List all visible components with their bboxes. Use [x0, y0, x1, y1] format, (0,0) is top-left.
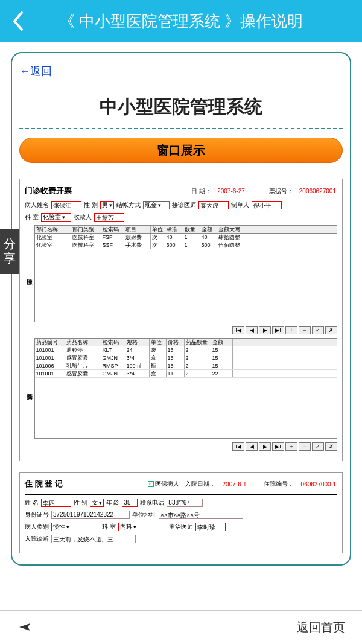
items-grid: 部门名称部门类别检索码项目单位标准数量金额金额大写 化验室医技科室FSF放射费次… [34, 225, 337, 322]
enter-date-value: 2007-6-1 [221, 481, 248, 488]
outpatient-billing-panel: 门诊收费开票 日 期： 2007-6-27 票据号： 20060627001 病… [19, 179, 343, 461]
table-cell: 101001 [35, 346, 65, 354]
gender-select[interactable]: 男 [100, 201, 114, 209]
toolbar-button[interactable]: ▶ [259, 326, 271, 334]
doctor-input[interactable]: 秦大虎 [198, 201, 229, 209]
toolbar-button[interactable]: ✓ [312, 442, 324, 451]
dept2-label: 科 室 [102, 523, 116, 531]
admission-no-label: 住院编号： [264, 480, 294, 488]
toolbar-button[interactable]: I◀ [232, 326, 244, 334]
table-cell: 500 [200, 241, 217, 249]
table-cell: 101001 [35, 354, 65, 362]
toolbar-button[interactable]: ✓ [312, 326, 324, 334]
pay-method-select[interactable]: 现金 [143, 201, 170, 209]
col-header: 项目 [124, 226, 151, 233]
table-cell: 1 [183, 241, 200, 249]
col-header: 部门名称 [35, 226, 71, 233]
table-cell: 感冒胶囊 [65, 370, 101, 377]
medicine-grid: 药品编号药品名称检索码规格单位价格药品数量金额 101001泄粒停XLT24袋1… [34, 338, 337, 439]
panel2-title: 住 院 登 记 [25, 479, 63, 489]
toolbar-button[interactable]: − [299, 326, 311, 334]
table-cell: 40 [165, 234, 183, 241]
name-input[interactable]: 李四 [41, 499, 71, 507]
col-header: 单位 [151, 226, 165, 233]
col-header: 规格 [125, 339, 150, 346]
admission-panel: 住 院 登 记 ✓ 医保病人 入院日期： 2007-6-1 住院编号： 0606… [19, 472, 343, 553]
col-header: 检索码 [101, 339, 125, 346]
table-cell: XLT [101, 346, 125, 354]
table-cell: 15 [167, 354, 185, 362]
table-cell: GMJN [101, 354, 125, 362]
patient-type-select[interactable]: 慢性 [51, 523, 75, 531]
share-tab[interactable]: 分 享 [0, 229, 19, 274]
dept2-select[interactable]: 内科 [118, 523, 142, 531]
toolbar-button[interactable]: ✗ [325, 442, 337, 451]
table-cell: 伍佰圆整 [217, 241, 252, 249]
back-button[interactable] [6, 9, 30, 33]
table-row[interactable]: 101006乳酶生片RMSP100ml瓶15215 [35, 362, 337, 370]
creator-input[interactable]: 倪小平 [252, 201, 282, 209]
table-cell: 40 [200, 234, 217, 241]
col-header: 金额大写 [217, 226, 252, 233]
age-input[interactable]: 35 [122, 499, 138, 507]
table-cell: 15 [211, 346, 233, 354]
table-cell: 次 [151, 234, 165, 241]
table-cell: 肆拾圆整 [217, 234, 252, 241]
attending-input[interactable]: 李时珍 [195, 523, 226, 531]
table-cell: 2 [185, 354, 211, 362]
phone-input[interactable]: 838**67 [167, 499, 203, 507]
table-cell: 瓶 [150, 362, 167, 369]
gender2-label: 性 别 [74, 499, 87, 507]
toolbar-button[interactable]: ◀ [246, 442, 258, 451]
table-cell: 次 [151, 241, 165, 249]
panel-title: 门诊收费开票 [25, 185, 72, 196]
dept-select[interactable]: 化验室 [41, 213, 71, 222]
table-cell: 盒 [150, 370, 167, 377]
table-cell: 101006 [35, 362, 65, 369]
table-row[interactable]: 化验室医技科室SSF手术费次5001500伍佰圆整 [35, 241, 337, 249]
section-button[interactable]: 窗口展示 [19, 138, 343, 163]
col-header: 药品数量 [185, 339, 211, 346]
table-cell: 101001 [35, 370, 65, 377]
toolbar-button[interactable]: + [285, 326, 297, 334]
toolbar-button[interactable]: ✗ [325, 326, 337, 334]
insurance-label: 医保病人 [155, 480, 179, 488]
table-row[interactable]: 化验室医技科室FSF放射费次40140肆拾圆整 [35, 234, 337, 241]
dashed-divider [19, 128, 343, 129]
col-header: 标准 [165, 226, 183, 233]
patient-name-input[interactable]: 张保江 [51, 201, 81, 209]
back-link[interactable]: ←返回 [19, 64, 52, 78]
admission-no-value: 060627000 1 [300, 481, 337, 488]
toolbar-button[interactable]: ▶I [272, 326, 284, 334]
page-title: 《 中小型医院管理系统 》操作说明 [30, 11, 356, 32]
toolbar-button[interactable]: I◀ [232, 442, 244, 451]
bottom-back-button[interactable] [17, 619, 33, 637]
id-label: 身份证号 [25, 511, 49, 519]
table-row[interactable]: 101001感冒胶囊GMJN3*4盒11222 [35, 370, 337, 378]
table-row[interactable]: 101001感冒胶囊GMJN3*4盒15215 [35, 354, 337, 362]
toolbar-button[interactable]: ◀ [246, 326, 258, 334]
table-cell: 2 [185, 346, 211, 354]
toolbar-button[interactable]: ▶ [259, 442, 271, 451]
gender2-select[interactable]: 女 [90, 499, 104, 507]
home-link[interactable]: 返回首页 [297, 619, 345, 636]
id-input[interactable]: 372501197102142322 [51, 511, 130, 519]
table-row[interactable]: 101001泄粒停XLT24袋15215 [35, 346, 337, 354]
col-header: 金额 [211, 339, 233, 346]
col-header: 药品编号 [35, 339, 65, 346]
diag-input[interactable]: 三天前，发烧不退。三 [51, 535, 136, 543]
creator-label: 制单人 [231, 201, 249, 209]
cashier-label: 收款人 [74, 213, 92, 222]
toolbar-button[interactable]: − [299, 442, 311, 451]
col-header: 检索码 [101, 226, 124, 233]
addr-input[interactable]: ××市××路××号 [159, 511, 243, 519]
table-cell: 3*4 [125, 354, 150, 362]
insurance-checkbox[interactable]: ✓ 医保病人 [148, 480, 179, 488]
col-header: 金额 [200, 226, 217, 233]
toolbar-button[interactable]: + [285, 442, 297, 451]
cashier-input[interactable]: 王慧芳 [94, 213, 124, 222]
toolbar-button[interactable]: ▶I [272, 442, 284, 451]
gender-label: 性 别 [84, 201, 98, 209]
table-cell: 乳酶生片 [65, 362, 101, 369]
col-header: 药品名称 [65, 339, 101, 346]
